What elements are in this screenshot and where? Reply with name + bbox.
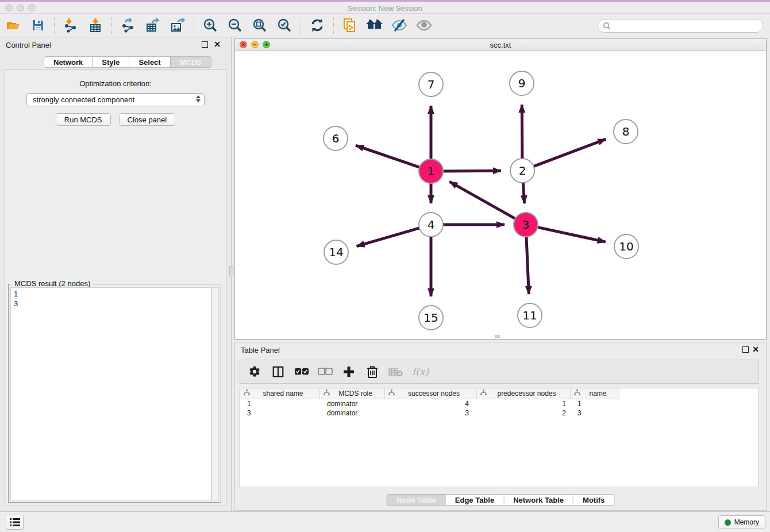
- hide-icon[interactable]: [391, 17, 408, 34]
- graph-node-7[interactable]: 7: [419, 72, 443, 97]
- table-cell[interactable]: 1: [477, 399, 571, 408]
- column-header-name[interactable]: name: [571, 388, 619, 399]
- graph-node-14[interactable]: 14: [324, 240, 348, 264]
- panel-splitter-handle[interactable]: [229, 266, 233, 276]
- graph-edge-3-10[interactable]: [536, 227, 606, 242]
- graph-node-9[interactable]: 9: [510, 71, 534, 95]
- graph-node-1[interactable]: 1: [419, 159, 443, 183]
- control-panel: Control Panel ✕ Network Style Select MCD…: [0, 37, 232, 511]
- export-table-icon[interactable]: [144, 17, 161, 34]
- graph-edge-3-11[interactable]: [526, 235, 529, 294]
- table-cell[interactable]: 3: [385, 408, 477, 418]
- show-icon[interactable]: [415, 17, 433, 34]
- view-resize-grip[interactable]: [495, 335, 500, 338]
- table-cell[interactable]: 3: [571, 408, 619, 418]
- task-history-button[interactable]: [6, 515, 24, 530]
- column-type-icon: [480, 390, 487, 398]
- toolbar-separator: [111, 17, 112, 34]
- delete-row-icon[interactable]: [365, 364, 380, 379]
- table-cell[interactable]: 1: [571, 399, 619, 408]
- tab-network-table[interactable]: Network Table: [504, 494, 573, 506]
- tab-node-table[interactable]: Node Table: [387, 494, 446, 506]
- table-cell[interactable]: 4: [385, 399, 477, 408]
- save-session-icon[interactable]: [29, 17, 47, 34]
- graph-edge-1-2[interactable]: [441, 171, 501, 171]
- tab-edge-table[interactable]: Edge Table: [446, 494, 504, 506]
- graph-node-10[interactable]: 10: [614, 234, 638, 259]
- table-cell[interactable]: dominator: [320, 408, 385, 418]
- open-file-icon[interactable]: [5, 17, 22, 34]
- column-header-shared-name[interactable]: shared name: [240, 388, 320, 399]
- zoom-out-icon[interactable]: [226, 17, 244, 34]
- network-window-titlebar[interactable]: × − + scc.txt: [235, 38, 766, 51]
- close-panel-icon[interactable]: ✕: [752, 345, 759, 354]
- column-header-MCDS-role[interactable]: MCDS role: [320, 388, 385, 399]
- graph-node-4[interactable]: 4: [419, 213, 443, 237]
- graph-edge-3-1[interactable]: [449, 182, 517, 219]
- split-column-icon[interactable]: [271, 364, 286, 379]
- memory-label: Memory: [734, 518, 759, 526]
- tab-style[interactable]: Style: [93, 56, 129, 68]
- import-network-icon[interactable]: [62, 17, 79, 34]
- memory-button[interactable]: Memory: [718, 515, 765, 529]
- tab-mcds[interactable]: MCDS: [171, 56, 211, 68]
- table-panel-tabs: Node Table Edge Table Network Table Moti…: [387, 494, 615, 506]
- table-cell[interactable]: dominator: [320, 399, 385, 408]
- zoom-selected-icon[interactable]: [276, 17, 293, 34]
- delete-table-icon[interactable]: [388, 364, 403, 379]
- graph-node-2[interactable]: 2: [510, 159, 534, 183]
- table-cell[interactable]: 2: [477, 408, 571, 418]
- toolbar-separator: [54, 17, 55, 34]
- gear-icon[interactable]: [247, 364, 262, 379]
- mcds-result-item[interactable]: 1: [14, 289, 211, 299]
- column-header-label: name: [583, 390, 619, 398]
- mcds-result-title: MCDS result (2 nodes): [12, 279, 93, 288]
- deselect-all-icon[interactable]: [318, 364, 333, 379]
- table-cell[interactable]: 1: [240, 399, 320, 408]
- select-all-icon[interactable]: [294, 364, 309, 379]
- function-builder-icon[interactable]: f(x): [412, 364, 429, 379]
- column-type-icon: [574, 390, 580, 398]
- table-row[interactable]: 1dominator411: [240, 399, 759, 408]
- run-mcds-button[interactable]: Run MCDS: [56, 113, 111, 126]
- column-header-successor-nodes[interactable]: successor nodes: [385, 388, 477, 399]
- graph-node-3[interactable]: 3: [514, 213, 538, 237]
- network-copy-icon[interactable]: [341, 17, 359, 34]
- network-graph-canvas[interactable]: 7968124314101511: [235, 51, 766, 339]
- column-header-label: MCDS role: [332, 390, 384, 398]
- float-panel-icon[interactable]: [202, 41, 208, 48]
- tab-network[interactable]: Network: [44, 56, 93, 68]
- graph-edge-1-6[interactable]: [356, 145, 421, 168]
- graph-edge-2-9[interactable]: [522, 105, 522, 160]
- search-input[interactable]: [611, 22, 763, 30]
- close-panel-icon[interactable]: ✕: [214, 40, 221, 49]
- export-image-icon[interactable]: [169, 17, 186, 34]
- tab-select[interactable]: Select: [129, 56, 170, 68]
- graph-node-6[interactable]: 6: [324, 126, 348, 151]
- graph-node-11[interactable]: 11: [518, 303, 542, 327]
- mcds-result-item[interactable]: 3: [14, 299, 211, 309]
- graph-node-15[interactable]: 15: [419, 306, 443, 330]
- graph-edge-4-14[interactable]: [357, 228, 421, 246]
- graph-edge-2-8[interactable]: [532, 139, 606, 167]
- table-toolbar: f(x): [240, 360, 759, 384]
- mcds-result-scrollbar[interactable]: [211, 287, 219, 500]
- home-icon[interactable]: [366, 17, 383, 34]
- graph-edge-2-3[interactable]: [523, 181, 524, 203]
- float-panel-icon[interactable]: [742, 346, 749, 353]
- export-network-icon[interactable]: [120, 17, 137, 34]
- zoom-fit-icon[interactable]: [251, 17, 268, 34]
- column-header-predecessor-nodes[interactable]: predecessor nodes: [477, 388, 571, 399]
- zoom-in-icon[interactable]: [202, 17, 219, 34]
- close-panel-button[interactable]: Close panel: [119, 113, 176, 126]
- table-cell[interactable]: 3: [240, 408, 320, 418]
- tab-motifs[interactable]: Motifs: [573, 494, 614, 506]
- add-row-icon[interactable]: [341, 364, 356, 379]
- refresh-icon[interactable]: [309, 17, 326, 34]
- import-table-icon[interactable]: [87, 17, 104, 34]
- table-row[interactable]: 3dominator323: [240, 408, 759, 418]
- mcds-result-list[interactable]: 13: [10, 287, 211, 500]
- graph-node-8[interactable]: 8: [614, 119, 638, 144]
- search-box[interactable]: [598, 19, 763, 33]
- optimization-criterion-select[interactable]: strongly connected component: [26, 93, 205, 106]
